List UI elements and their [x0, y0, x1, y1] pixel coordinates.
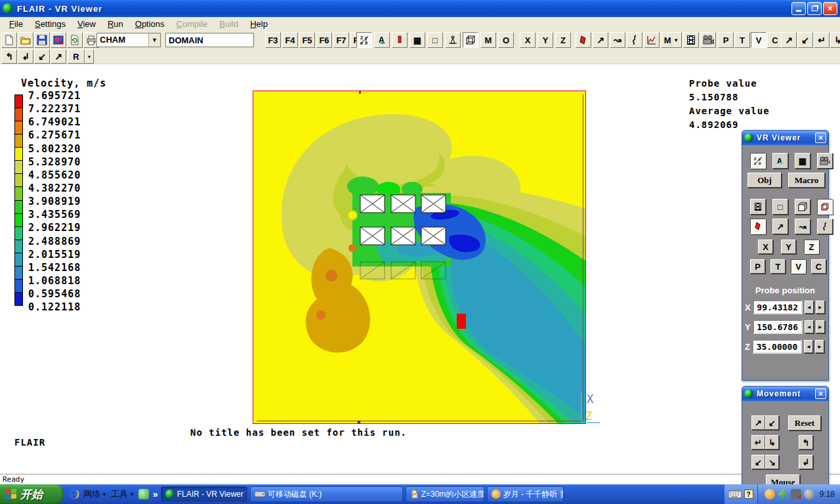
domain-input[interactable]: [165, 33, 254, 47]
contour-plot[interactable]: [253, 91, 586, 424]
save-button[interactable]: [34, 32, 50, 48]
menu-view[interactable]: View: [72, 18, 101, 30]
player-icon[interactable]: [138, 489, 149, 499]
probe-x-input[interactable]: [753, 300, 803, 314]
start-button[interactable]: 开始: [0, 484, 64, 504]
probe-z-decrement[interactable]: ◄: [804, 340, 813, 353]
probe-z-input[interactable]: [752, 339, 802, 354]
macro-button[interactable]: Macro: [788, 173, 825, 188]
wireframe-button[interactable]: [463, 32, 478, 48]
vr-vector-button[interactable]: ↗: [772, 219, 788, 234]
move-sw-button[interactable]: ↙: [765, 415, 779, 430]
pressure-button[interactable]: P: [718, 32, 734, 48]
vr-animation-button[interactable]: [750, 199, 766, 215]
vr-temperature-button[interactable]: T: [770, 259, 786, 274]
vr-outline-button[interactable]: □: [772, 199, 788, 215]
menu-file[interactable]: File: [4, 18, 28, 30]
vector-button[interactable]: ↗: [593, 32, 608, 48]
chevron-icon[interactable]: »: [153, 489, 158, 499]
animation-button[interactable]: [683, 32, 699, 48]
menu-settings[interactable]: Settings: [30, 18, 71, 30]
f6-button[interactable]: F6: [316, 32, 332, 48]
reset-view-button[interactable]: R: [68, 49, 85, 64]
annotate-button[interactable]: A: [374, 32, 390, 48]
vr-wireframe-button[interactable]: [817, 199, 833, 215]
vr-values-toggle[interactable]: 2yx9: [750, 153, 766, 169]
probe-y-increment[interactable]: ►: [816, 320, 825, 333]
zoom-in-button[interactable]: ↘: [765, 455, 779, 469]
network-offline-icon[interactable]: ×: [791, 489, 801, 499]
rotate-sw-button[interactable]: ↙: [797, 32, 813, 48]
vr-view-3d-button[interactable]: [795, 199, 810, 215]
y-plane-button[interactable]: Y: [537, 32, 553, 48]
vr-palette-titlebar[interactable]: VR Viewer ×: [742, 131, 828, 145]
domain-outline-button[interactable]: □: [427, 32, 443, 48]
restore-button[interactable]: [807, 2, 822, 15]
turn-right-button[interactable]: ↳: [765, 435, 779, 450]
menu-help[interactable]: Help: [245, 18, 273, 30]
vr-contour-button[interactable]: C: [811, 259, 826, 274]
tilt-down-button[interactable]: ↲: [18, 49, 33, 64]
f3-button[interactable]: F3: [265, 32, 281, 48]
zoom-in-button[interactable]: ↗: [51, 49, 66, 64]
velocity-button[interactable]: V: [751, 32, 766, 48]
probe-y-decrement[interactable]: ◄: [805, 320, 814, 333]
language-bar[interactable]: ?: [724, 484, 757, 504]
tilt-down-button[interactable]: ↲: [799, 455, 813, 469]
probe-tool-button[interactable]: [445, 32, 461, 48]
z-plane-button[interactable]: Z: [555, 32, 571, 48]
task-z30m-plot[interactable]: Z=30m的小区速度...: [406, 486, 484, 502]
streamline-button[interactable]: ↝: [610, 32, 625, 48]
combobox-dropdown-icon[interactable]: ▼: [148, 33, 160, 47]
zoom-out-button[interactable]: ↙: [34, 49, 50, 64]
quick-tools-menu[interactable]: 工具▼: [111, 488, 135, 500]
close-button[interactable]: ×: [823, 2, 837, 15]
task-music-player[interactable]: 岁月 - 千千静听 黄...: [487, 486, 564, 502]
vr-streamline-button[interactable]: ↝: [795, 219, 810, 234]
toggle-values-button[interactable]: 2yx9: [356, 32, 372, 48]
turn-left-button[interactable]: ↵: [751, 435, 765, 450]
task-removable-disk[interactable]: 可移动磁盘 (K:): [250, 486, 403, 502]
slice-button[interactable]: [576, 32, 591, 48]
vr-x-plane-button[interactable]: X: [758, 240, 773, 254]
turn-left-button[interactable]: ↵: [814, 32, 830, 48]
probe-z-increment[interactable]: ►: [815, 340, 824, 353]
vr-palette-close-button[interactable]: ×: [815, 133, 826, 143]
new-file-button[interactable]: [1, 32, 17, 48]
menu-run[interactable]: Run: [102, 18, 129, 30]
record-button[interactable]: [700, 32, 716, 48]
vr-slice-button[interactable]: [750, 219, 766, 234]
f4-button[interactable]: F4: [282, 32, 298, 48]
x-plane-button[interactable]: X: [520, 32, 536, 48]
program-combobox[interactable]: CHAM ▼: [96, 33, 161, 47]
movement-palette-close-button[interactable]: ×: [815, 388, 826, 399]
quick-network-menu[interactable]: 网络▼: [83, 488, 107, 500]
vr-annotate-button[interactable]: A: [772, 153, 788, 169]
iso-surface-button[interactable]: [627, 32, 642, 48]
graph-button[interactable]: [644, 32, 660, 48]
vr-z-plane-button[interactable]: Z: [804, 240, 819, 254]
minimize-button[interactable]: [791, 2, 806, 15]
reset-button[interactable]: Reset: [788, 415, 821, 430]
reload-button[interactable]: [67, 32, 83, 48]
safely-remove-icon[interactable]: [778, 489, 788, 499]
vr-velocity-button[interactable]: V: [791, 259, 806, 274]
f7-button[interactable]: F7: [333, 32, 349, 48]
task-flair[interactable]: FLAIR - VR Viewer: [161, 486, 247, 502]
zoom-out-button[interactable]: ↙: [751, 455, 765, 469]
vr-pressure-button[interactable]: P: [750, 259, 765, 274]
movement-palette-titlebar[interactable]: Movement ×: [742, 387, 828, 401]
f5-button[interactable]: F5: [299, 32, 315, 48]
vr-y-plane-button[interactable]: Y: [781, 240, 796, 254]
movie-m-button[interactable]: M ▼: [661, 32, 682, 48]
probe-y-input[interactable]: [753, 320, 803, 334]
rotate-ne-button[interactable]: ↗: [781, 32, 797, 48]
ie-icon[interactable]: [69, 489, 79, 499]
probe-x-decrement[interactable]: ◄: [805, 301, 814, 314]
mesh-m-button[interactable]: M: [480, 32, 496, 48]
music-tray-icon[interactable]: [765, 489, 775, 499]
probe-x-increment[interactable]: ►: [816, 301, 825, 314]
vr-record-button[interactable]: [817, 153, 833, 169]
vr-iso-button[interactable]: [817, 219, 833, 234]
move-ne-button[interactable]: ↗: [751, 415, 765, 430]
